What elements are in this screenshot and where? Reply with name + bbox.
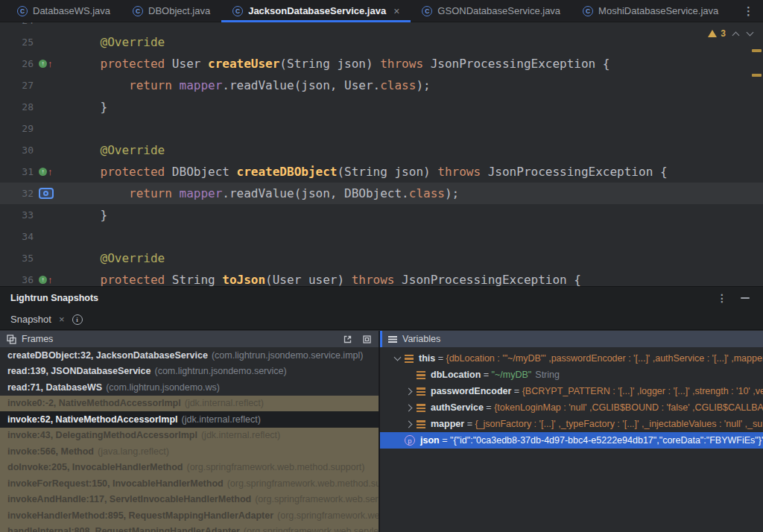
variable-row[interactable]: passwordEncoder = {BCRYPT_PATTERN : '[..…	[380, 383, 763, 399]
frame-row[interactable]: handleInternal:808, RequestMappingHandle…	[0, 524, 379, 532]
editor-tab[interactable]: CDatabaseWS.java	[6, 0, 121, 22]
scrollbar-warning-mark[interactable]	[752, 49, 762, 52]
variables-pane: Variables this = {dbLocation : '"~/myDB"…	[380, 331, 763, 532]
equals-sign: =	[481, 370, 491, 380]
editor-tab[interactable]: CDBObject.java	[121, 0, 221, 22]
frame-location: invokeForRequest:150, InvocableHandlerMe…	[7, 478, 224, 489]
code-token: throws	[380, 57, 423, 71]
editor-tab[interactable]: CGSONDatabaseService.java	[411, 0, 572, 22]
variable-row[interactable]: this = {dbLocation : '"~/myDB"' ,passwor…	[380, 350, 763, 367]
code-line[interactable]: 35 @Override	[0, 247, 763, 269]
snapshot-tab-close-icon[interactable]: ×	[59, 314, 65, 325]
chevron-right-icon[interactable]	[404, 422, 415, 427]
open-in-window-icon[interactable]	[343, 335, 352, 344]
chevron-right-icon[interactable]	[404, 405, 415, 411]
code-line[interactable]: 31↑↑ protected DBObject createDBObject(S…	[0, 161, 763, 183]
panel-options-kebab-icon[interactable]: ⋮	[717, 293, 727, 303]
code-text: protected User createUser(String json) t…	[72, 53, 610, 75]
frame-row[interactable]: doInvoke:205, InvocableHandlerMethod(org…	[0, 460, 379, 476]
lightrun-snapshots-panel: Lightrun Snapshots ⋮ Snapshot × i Frames	[0, 286, 763, 532]
editor-tab[interactable]: CJacksonDatabaseService.java×	[221, 0, 411, 22]
override-method-gutter-icon[interactable]: ↑↑	[39, 59, 53, 69]
editor-tab[interactable]: CMoshiDatabaseService.java	[572, 0, 729, 22]
panel-top-bars: Lightrun Snapshots ⋮ Snapshot × i	[0, 287, 763, 330]
code-token: mapper	[180, 186, 223, 200]
java-class-icon: C	[583, 6, 593, 16]
frame-location: read:139, JSONDatabaseService	[7, 366, 151, 376]
java-class-icon: C	[133, 6, 143, 16]
field-icon	[405, 355, 414, 363]
code-token: JsonProcessingException {	[481, 165, 667, 179]
frame-row[interactable]: createDBObject:32, JacksonDatabaseServic…	[0, 347, 379, 364]
code-line[interactable]: 36↑↑ protected String toJson(User user) …	[0, 269, 763, 286]
field-icon	[417, 387, 425, 396]
info-icon[interactable]: i	[72, 314, 83, 325]
snapshot-camera-icon[interactable]	[39, 188, 54, 199]
code-line[interactable]: 30 @Override	[0, 139, 763, 161]
next-warning-chevron-down-icon[interactable]	[747, 30, 754, 37]
field-icon	[417, 371, 425, 379]
frame-location: doInvoke:205, InvocableHandlerMethod	[7, 462, 183, 472]
code-line[interactable]: 32 return mapper.readValue(json, DBObjec…	[0, 183, 763, 204]
scrollbar-warning-mark[interactable]	[752, 74, 762, 77]
frame-location: invoke:43, DelegatingMethodAccessorImpl	[7, 430, 197, 440]
frame-row[interactable]: invokeForRequest:150, InvocableHandlerMe…	[0, 475, 379, 492]
frame-package: (org.springframework.web.method.support)	[227, 478, 379, 489]
chevron-down-icon[interactable]	[392, 357, 403, 360]
frame-row[interactable]: invokeAndHandle:117, ServletInvocableHan…	[0, 492, 379, 508]
frame-location: invoke:566, Method	[7, 446, 94, 457]
tab-label: DBObject.java	[148, 5, 210, 16]
code-token: @Override	[72, 251, 165, 265]
code-token: throws	[437, 165, 481, 179]
tab-options-kebab-icon[interactable]: ⋮	[734, 4, 763, 18]
code-line[interactable]: 27 return mapper.readValue(json, User.cl…	[0, 75, 763, 96]
code-line[interactable]: 33 }	[0, 204, 763, 226]
code-token: );	[445, 186, 459, 200]
panel-minimize-icon[interactable]	[741, 297, 750, 299]
override-method-gutter-icon[interactable]: ↑↑	[39, 167, 53, 177]
variable-name: json	[420, 435, 440, 446]
equals-sign: =	[464, 419, 475, 429]
prev-warning-chevron-up-icon[interactable]	[732, 30, 740, 37]
field-icon	[417, 420, 425, 428]
code-token: String	[172, 273, 222, 286]
frame-package: (org.springframework.web.serv	[277, 510, 379, 521]
warning-count: 3	[721, 28, 726, 39]
code-line[interactable]: 26↑↑ protected User createUser(String js…	[0, 53, 763, 75]
variable-row[interactable]: dbLocation = "~/myDB"String	[380, 367, 763, 383]
panel-header: Lightrun Snapshots ⋮	[0, 287, 763, 309]
frame-row[interactable]: invoke:62, NativeMethodAccessorImpl(jdk.…	[0, 411, 379, 428]
frame-package: (com.lightrun.jsondemo.service)	[154, 366, 286, 376]
chevron-right-icon[interactable]	[404, 389, 415, 394]
frame-package: (jdk.internal.reflect)	[182, 414, 261, 425]
variable-row[interactable]: mapper = {_jsonFactory : '[...]' ,_typeF…	[380, 416, 763, 432]
frame-location: invokeHandlerMethod:895, RequestMappingH…	[7, 510, 273, 521]
frame-row[interactable]: invoke:43, DelegatingMethodAccessorImpl(…	[0, 428, 379, 444]
code-line[interactable]: 28 }	[0, 96, 763, 118]
code-text: }	[72, 204, 107, 226]
variable-row[interactable]: authService = {tokenLoginMap : 'null' ,C…	[380, 399, 763, 416]
snapshot-tab[interactable]: Snapshot	[10, 314, 51, 325]
copy-stack-icon[interactable]	[362, 335, 372, 344]
tab-close-icon[interactable]: ×	[393, 5, 399, 17]
frame-row[interactable]: invokeHandlerMethod:895, RequestMappingH…	[0, 507, 379, 524]
code-token: return	[72, 78, 180, 92]
code-line[interactable]: 24	[0, 22, 763, 31]
variables-list: this = {dbLocation : '"~/myDB"' ,passwor…	[380, 347, 763, 532]
code-line[interactable]: 34	[0, 226, 763, 247]
code-editor[interactable]: 2425 @Override26↑↑ protected User create…	[0, 22, 763, 286]
override-method-gutter-icon[interactable]: ↑↑	[39, 275, 53, 285]
frame-row[interactable]: read:139, JSONDatabaseService(com.lightr…	[0, 364, 379, 380]
frame-row[interactable]: invoke:566, Method(java.lang.reflect)	[0, 443, 379, 460]
variable-name: this	[419, 353, 435, 364]
frame-location: handleInternal:808, RequestMappingHandle…	[7, 526, 240, 532]
variable-row[interactable]: pjson = "{"id":"0ca3edb8-37db-4d97-bbc4-…	[380, 432, 763, 449]
code-line[interactable]: 29	[0, 118, 763, 139]
frame-location: invoke:62, NativeMethodAccessorImpl	[7, 414, 178, 425]
frame-package: (com.lightrun.jsondemo.service.impl)	[212, 350, 364, 361]
line-number: 35	[0, 253, 34, 264]
code-token: (String json)	[279, 57, 380, 71]
code-line[interactable]: 25 @Override	[0, 31, 763, 53]
frame-row[interactable]: invoke0:-2, NativeMethodAccessorImpl(jdk…	[0, 396, 379, 412]
frame-row[interactable]: read:71, DatabaseWS(com.lightrun.jsondem…	[0, 379, 379, 396]
